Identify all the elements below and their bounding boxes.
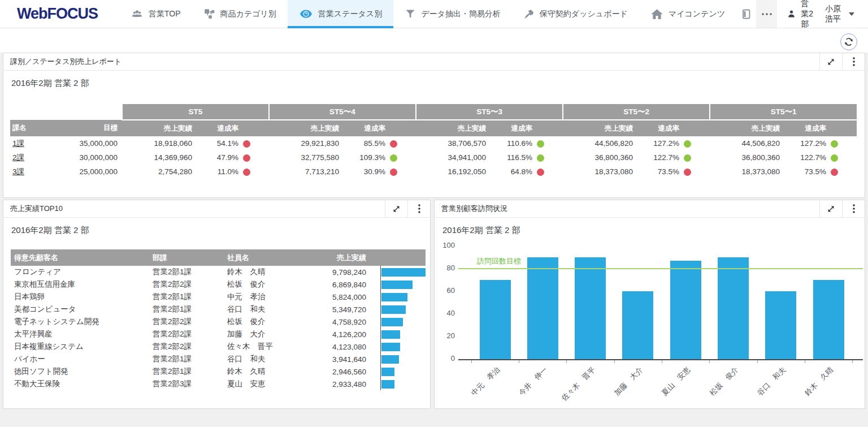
- table-row: 東京相互信用金庫営業2部2課松坂 俊介6,869,840: [11, 278, 426, 291]
- report-subtitle: 2016年2期 営業 2 部: [11, 225, 430, 236]
- tab-sales-top[interactable]: 営業TOP: [119, 0, 192, 28]
- customer-link[interactable]: 美都コンピュータ: [14, 305, 76, 313]
- status-dot-red: [390, 169, 397, 176]
- column-header-row: 課名目標売上実績達成率売上実績達成率売上実績達成率売上実績達成率売上実績達成率: [10, 120, 857, 136]
- dept-value: 営業2部1課: [149, 365, 224, 378]
- expand-button[interactable]: [819, 200, 842, 217]
- sales-bar: [381, 281, 413, 289]
- status-dot-green: [390, 154, 397, 162]
- tab-sales-status[interactable]: 営業ステータス別: [288, 0, 393, 28]
- rate-value: 54.1%: [197, 136, 243, 150]
- column-header-sales: 売上実績: [310, 249, 372, 266]
- sales-value: 14,369,960: [122, 150, 197, 165]
- sales-value: 7,713,210: [269, 165, 344, 179]
- plot-area: 020406080100訪問回数目標中元 孝治今井 伸一佐々木 晋平加藤 大介夏…: [458, 246, 863, 360]
- panel-title: 売上実績TOP10: [3, 200, 385, 217]
- bar[interactable]: [765, 291, 796, 359]
- customer-link[interactable]: フロンティア: [14, 268, 61, 276]
- column-header-sales: 売上実績: [122, 120, 197, 136]
- rate-value: 11.0%: [197, 165, 243, 179]
- rate-value: 64.8%: [491, 165, 537, 179]
- sales-value: 4,126,200: [310, 328, 372, 340]
- y-axis-label: 60: [435, 286, 455, 295]
- axis-tick: [662, 360, 662, 363]
- bar[interactable]: [480, 280, 511, 359]
- customer-link[interactable]: パイホー: [14, 355, 45, 363]
- sales-value: 2,933,480: [310, 378, 372, 390]
- table-row: 3課25,000,0002,754,28011.0%7,713,21030.9%…: [10, 165, 857, 179]
- webfocus-logo: WebFOCUS: [17, 5, 98, 23]
- sales-value: 18,373,080: [710, 165, 784, 179]
- tab-label: データ抽出・簡易分析: [421, 9, 501, 19]
- y-axis-label: 20: [435, 331, 455, 340]
- target-value: 25,000,000: [45, 165, 122, 179]
- bar[interactable]: [575, 257, 606, 359]
- target-value: 35,000,000: [45, 136, 122, 150]
- tab-my-content[interactable]: マイコンテンツ: [639, 0, 736, 28]
- more-menu-button[interactable]: [756, 0, 777, 28]
- rate-value: 30.9%: [344, 165, 390, 179]
- hammer-icon: [523, 8, 535, 20]
- tab-label: 営業ステータス別: [318, 9, 382, 19]
- customer-link[interactable]: 日本鶏卵: [14, 292, 45, 301]
- expand-button[interactable]: [819, 53, 842, 70]
- group-header: ST5〜1: [710, 104, 857, 120]
- customer-link[interactable]: 太平洋興産: [14, 330, 53, 338]
- mobile-preview-button[interactable]: [736, 0, 756, 28]
- panel-status-report: 課別／ステータス別売上レポート 2016年2期 営業 2 部 ST5ST5〜4S…: [3, 53, 865, 198]
- tab-label: 営業TOP: [149, 9, 181, 19]
- department-link[interactable]: 3課: [12, 167, 24, 176]
- sales-bar: [381, 355, 399, 364]
- customer-link[interactable]: 電子ネットシステム開発: [14, 317, 99, 326]
- rate-value: 109.3%: [344, 150, 390, 165]
- rate-value: 127.2%: [784, 136, 831, 150]
- bar[interactable]: [622, 291, 653, 359]
- table-row: 電子ネットシステム開発営業2部2課松坂 俊介4,758,920: [11, 316, 426, 328]
- employee-value: 谷口 和夫: [224, 353, 310, 365]
- column-header-status: [537, 120, 563, 136]
- refresh-button[interactable]: [840, 33, 857, 50]
- customer-link[interactable]: 不動大王保険: [14, 379, 60, 388]
- column-header-sales: 売上実績: [416, 120, 491, 136]
- table-row: フロンティア営業2部1課鈴木 久晴9,798,240: [11, 266, 426, 278]
- axis-tick: [709, 360, 710, 363]
- user-menu[interactable]: 営業2部 小原 浩平: [777, 0, 868, 28]
- funnel-icon: [405, 8, 416, 20]
- employee-value: 谷口 和夫: [224, 303, 310, 316]
- panel-title: 営業別顧客訪問状況: [435, 200, 819, 217]
- tab-product-category[interactable]: 商品カテゴリ別: [192, 0, 288, 28]
- department-link[interactable]: 2課: [12, 153, 24, 162]
- dept-value: 営業2部2課: [149, 316, 224, 328]
- expand-button[interactable]: [385, 200, 407, 217]
- employee-value: 佐々木 晋平: [224, 340, 310, 353]
- x-axis-label: 谷口 和夫: [737, 365, 788, 416]
- status-dot-green: [831, 140, 838, 148]
- tab-data-extract[interactable]: データ抽出・簡易分析: [393, 0, 512, 28]
- tab-maintenance-dashboard[interactable]: 保守契約ダッシュボード: [512, 0, 639, 28]
- expand-icon: [392, 205, 401, 213]
- bar[interactable]: [670, 261, 701, 359]
- customer-link[interactable]: 東京相互信用金庫: [14, 280, 75, 288]
- column-header-rate: 達成率: [344, 120, 390, 136]
- panel-menu-button[interactable]: [842, 200, 865, 217]
- sales-value: 34,941,000: [416, 150, 491, 165]
- panel-menu-button[interactable]: [407, 200, 430, 217]
- table-row: パイホー営業2部1課谷口 和夫3,941,640: [11, 353, 426, 365]
- bar[interactable]: [527, 257, 558, 359]
- sales-bar: [381, 305, 406, 314]
- bar[interactable]: [718, 257, 749, 359]
- column-header-sales: 売上実績: [563, 120, 637, 136]
- bar[interactable]: [813, 280, 844, 359]
- rate-value: 47.9%: [197, 150, 243, 165]
- status-dot-green: [684, 154, 691, 162]
- customer-link[interactable]: 日本複重線システム: [14, 342, 84, 351]
- panel-menu-button[interactable]: [842, 53, 865, 70]
- department-link[interactable]: 1課: [12, 139, 24, 148]
- customer-link[interactable]: 徳田ソフト開発: [14, 367, 68, 376]
- rate-value: 122.7%: [784, 150, 831, 165]
- employee-value: 松坂 俊介: [224, 278, 310, 291]
- x-axis-label: 松坂 俊介: [689, 365, 741, 416]
- sales-value: 38,706,570: [416, 136, 491, 150]
- sales-value: 44,506,820: [563, 136, 637, 150]
- visits-bar-chart: 020406080100訪問回数目標中元 孝治今井 伸一佐々木 晋平加藤 大介夏…: [435, 217, 865, 408]
